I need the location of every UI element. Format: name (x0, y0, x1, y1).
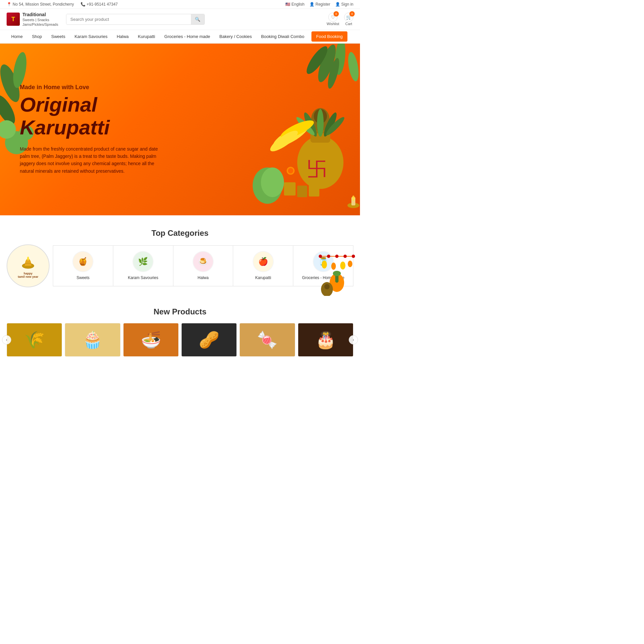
logo-text: Traditional Sweets | Snacks Jams/Pickles… (22, 12, 58, 27)
product-card-6[interactable]: 🎂 (298, 323, 353, 357)
nav-groceries[interactable]: Groceries - Home made (160, 30, 215, 43)
hero-right-decor: 卐 (178, 44, 360, 215)
products-next-button[interactable]: › (349, 335, 358, 344)
nav-sweets[interactable]: Sweets (47, 30, 70, 43)
hero-banner: Made in Home with Love Original Karupatt… (0, 44, 360, 215)
svg-text:卐: 卐 (307, 158, 327, 180)
categories-section: Top Categories happytamil new year 🍯 (0, 215, 360, 294)
products-prev-button[interactable]: ‹ (2, 335, 11, 344)
svg-point-41 (333, 271, 341, 276)
product-card-1[interactable]: 🌾 (7, 323, 62, 357)
product-img-2: 🧁 (65, 323, 120, 356)
category-featured[interactable]: happytamil new year (7, 244, 50, 287)
nav-home[interactable]: Home (7, 30, 27, 43)
product-card-5[interactable]: 🍬 (239, 323, 295, 357)
top-bar: 📍 No 54, Mission Street, Pondicherry 📞 +… (0, 0, 360, 9)
nav-halwa[interactable]: Halwa (112, 30, 133, 43)
halwa-label: Halwa (177, 275, 230, 281)
nav-shop[interactable]: Shop (27, 30, 47, 43)
diwali-corner-decor (317, 253, 357, 297)
product-img-6: 🎂 (298, 323, 353, 356)
cart-icon-container: 🛒 0 (344, 13, 353, 22)
wishlist-button[interactable]: ♡ 0 Wishlist (327, 13, 339, 26)
hero-subtitle: Made in Home with Love (20, 84, 178, 91)
pin-icon: 📍 (7, 2, 12, 7)
hero-content: Made in Home with Love Original Karupatt… (0, 71, 198, 188)
product-img-4: 🥜 (182, 323, 236, 356)
wishlist-icon-container: ♡ 0 (328, 13, 338, 22)
wishlist-badge: 0 (334, 11, 339, 17)
header-actions: ♡ 0 Wishlist 🛒 0 Cart (327, 13, 353, 26)
phone: 📞 +91-95141 47347 (81, 2, 118, 7)
new-products-title: New Products (7, 297, 353, 323)
svg-point-43 (319, 255, 322, 258)
product-img-1: 🌾 (7, 323, 62, 356)
category-sweets[interactable]: 🍯 Sweets (53, 246, 113, 286)
logo-area[interactable]: T Traditional Sweets | Snacks Jams/Pickl… (7, 12, 59, 27)
nav-diwali-combo[interactable]: Booking Diwali Combo (257, 30, 309, 43)
top-bar-right: 🇺🇸 English 👤 Register 👤 Sign in (285, 2, 353, 7)
svg-point-27 (261, 167, 284, 197)
halwa-img: 🍮 (193, 251, 214, 272)
karupatti-label: Karupatti (236, 275, 290, 281)
nav-bakery[interactable]: Bakery / Cookies (215, 30, 256, 43)
svg-point-45 (335, 255, 339, 258)
nav-food-booking[interactable]: Food Booking (311, 31, 347, 42)
svg-point-50 (340, 262, 345, 269)
phone-icon: 📞 (81, 2, 86, 7)
product-img-5: 🍬 (240, 323, 295, 356)
svg-point-35 (352, 196, 355, 201)
language-selector[interactable]: 🇺🇸 English (285, 2, 304, 7)
categories-grid: 🍯 Sweets 🌿 Karam Savouries 🍮 Halwa 🍎 (53, 245, 353, 286)
category-karam-savouries[interactable]: 🌿 Karam Savouries (113, 246, 173, 286)
address: 📍 No 54, Mission Street, Pondicherry (7, 2, 74, 7)
svg-point-9 (346, 51, 360, 82)
hero-description: Made from the freshly concentrated produ… (20, 145, 168, 175)
product-img-3: 🍜 (124, 323, 178, 356)
register-link[interactable]: 👤 Register (309, 2, 330, 7)
karupatti-img: 🍎 (253, 251, 274, 272)
svg-point-53 (324, 284, 330, 289)
cart-badge: 0 (349, 11, 355, 17)
signin-icon: 👤 (335, 2, 340, 7)
svg-point-48 (322, 261, 327, 268)
svg-point-38 (27, 257, 29, 261)
category-karupatti[interactable]: 🍎 Karupatti (233, 246, 293, 286)
top-bar-left: 📍 No 54, Mission Street, Pondicherry 📞 +… (7, 2, 118, 7)
search-input[interactable] (66, 14, 191, 24)
nav-karam-savouries[interactable]: Karam Savouries (70, 30, 112, 43)
hero-title: Original Karupatti (20, 93, 178, 138)
svg-rect-30 (309, 184, 319, 197)
svg-point-19 (317, 109, 324, 137)
signin-link[interactable]: 👤 Sign in (335, 2, 353, 7)
logo-icon: T (7, 13, 20, 26)
product-card-3[interactable]: 🍜 (123, 323, 179, 357)
new-products-section: New Products ‹ 🌾 🧁 🍜 🥜 (0, 294, 360, 363)
main-nav: Home Shop Sweets Karam Savouries Halwa K… (0, 30, 360, 44)
header: T Traditional Sweets | Snacks Jams/Pickl… (0, 9, 360, 30)
svg-point-44 (327, 255, 330, 258)
search-button[interactable]: 🔍 (191, 14, 204, 24)
sweets-label: Sweets (56, 275, 110, 281)
nav-kurupatti[interactable]: Kurupatti (133, 30, 160, 43)
svg-point-49 (331, 263, 336, 270)
karam-img: 🌿 (132, 251, 154, 272)
products-carousel: ‹ 🌾 🧁 🍜 🥜 (7, 323, 353, 357)
product-card-2[interactable]: 🧁 (65, 323, 120, 357)
svg-point-47 (352, 255, 355, 258)
svg-point-32 (288, 168, 293, 173)
svg-rect-28 (284, 182, 296, 196)
categories-container: happytamil new year 🍯 Sweets 🌿 Karam Sav… (7, 244, 353, 287)
products-grid: 🌾 🧁 🍜 🥜 🍬 (7, 323, 353, 357)
sweets-img: 🍯 (72, 251, 93, 272)
product-card-4[interactable]: 🥜 (181, 323, 237, 357)
featured-label: happytamil new year (18, 272, 38, 278)
cart-button[interactable]: 🛒 0 Cart (344, 13, 353, 26)
user-icon: 👤 (309, 2, 314, 7)
category-halwa[interactable]: 🍮 Halwa (173, 246, 233, 286)
flag-icon: 🇺🇸 (285, 2, 290, 7)
svg-rect-29 (297, 186, 307, 197)
search-icon: 🔍 (195, 17, 200, 22)
diya-icon (20, 253, 36, 270)
search-bar[interactable]: 🔍 (66, 14, 205, 25)
